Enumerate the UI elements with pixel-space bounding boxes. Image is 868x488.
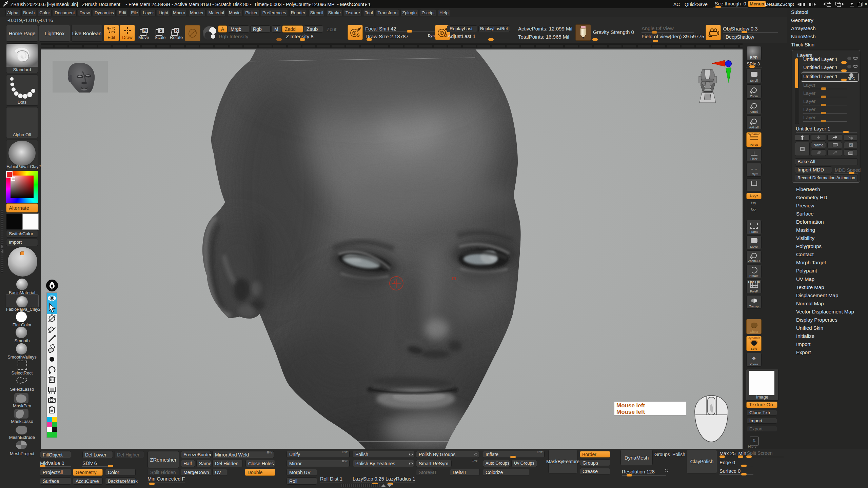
svg-text:D: D [444,33,447,38]
svg-text:S: S [357,33,360,38]
